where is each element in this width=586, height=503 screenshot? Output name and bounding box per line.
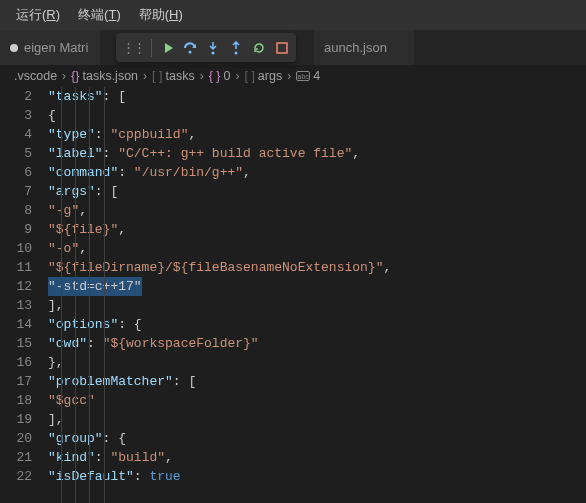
breadcrumbs[interactable]: .vscode › {} tasks.json › [ ] tasks › { …	[0, 65, 586, 87]
chevron-right-icon: ›	[285, 69, 293, 83]
tab-label: aunch.json	[324, 40, 387, 55]
crumb-leaf[interactable]: 4	[313, 69, 320, 83]
restart-icon[interactable]	[251, 40, 267, 56]
code-editor[interactable]: 234 567 8910 111213 141516 171819 202122…	[0, 87, 586, 503]
code-area[interactable]: "tasks": [ { "type": "cppbuild", "label"…	[48, 87, 586, 503]
step-out-icon[interactable]	[228, 40, 244, 56]
step-into-icon[interactable]	[205, 40, 221, 56]
chevron-right-icon: ›	[198, 69, 206, 83]
editor-tab-right[interactable]: aunch.json	[314, 30, 414, 65]
chevron-right-icon: ›	[60, 69, 68, 83]
crumb-folder[interactable]: .vscode	[14, 69, 57, 83]
crumb-index[interactable]: 0	[223, 69, 230, 83]
object-icon: { }	[209, 69, 221, 83]
tab-row: eigen Matri ⋮⋮ aunch.json	[0, 30, 586, 65]
menu-run[interactable]: 运行(R)	[8, 2, 68, 28]
array-icon: [ ]	[152, 69, 162, 83]
crumb-tasks[interactable]: tasks	[165, 69, 194, 83]
menu-help[interactable]: 帮助(H)	[131, 2, 191, 28]
svg-rect-3	[277, 43, 287, 53]
json-file-icon: {}	[71, 69, 79, 83]
menu-terminal[interactable]: 终端(T)	[70, 2, 129, 28]
svg-point-0	[189, 50, 192, 53]
menubar: 运行(R) 终端(T) 帮助(H)	[0, 0, 586, 30]
string-icon: abc	[296, 71, 310, 81]
array-icon: [ ]	[244, 69, 254, 83]
chevron-right-icon: ›	[141, 69, 149, 83]
drag-handle-icon[interactable]: ⋮⋮	[122, 40, 144, 55]
dirty-indicator-icon	[10, 44, 18, 52]
chevron-right-icon: ›	[233, 69, 241, 83]
svg-point-1	[212, 51, 215, 54]
continue-icon[interactable]	[159, 40, 175, 56]
step-over-icon[interactable]	[182, 40, 198, 56]
debug-toolbar: ⋮⋮	[116, 33, 296, 62]
editor-tab-left[interactable]: eigen Matri	[0, 30, 100, 65]
tab-label: eigen Matri	[24, 40, 88, 55]
svg-point-2	[235, 51, 238, 54]
crumb-file[interactable]: tasks.json	[82, 69, 138, 83]
divider	[151, 39, 152, 57]
stop-icon[interactable]	[274, 40, 290, 56]
crumb-args[interactable]: args	[258, 69, 282, 83]
line-gutter: 234 567 8910 111213 141516 171819 202122	[0, 87, 48, 503]
